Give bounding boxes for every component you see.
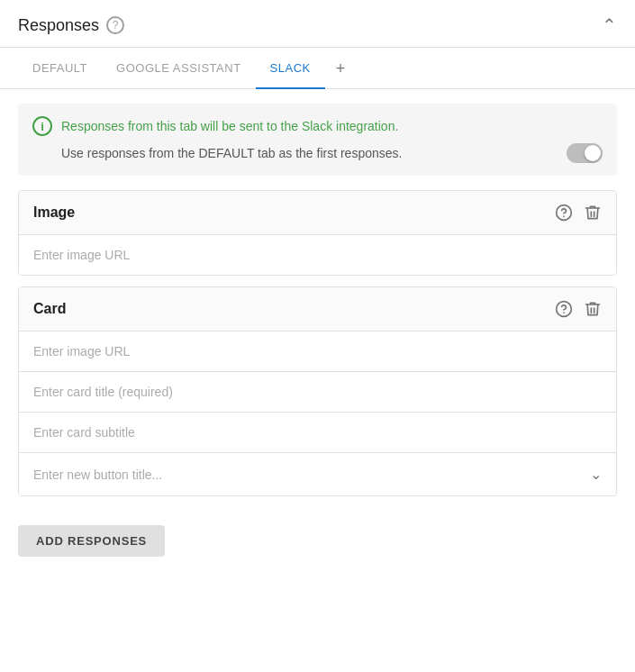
card-title-input[interactable] <box>19 372 616 413</box>
info-banner: i Responses from this tab will be sent t… <box>18 104 617 176</box>
tab-google-assistant[interactable]: GOOGLE ASSISTANT <box>102 49 256 89</box>
page-header: Responses ? ⌃ <box>0 0 635 48</box>
toggle-thumb <box>585 145 601 161</box>
card-card-help-icon[interactable] <box>555 300 573 318</box>
tab-default[interactable]: DEFAULT <box>18 49 102 89</box>
default-tab-toggle[interactable] <box>567 143 603 163</box>
card-card-actions <box>555 300 602 318</box>
info-circle-icon: i <box>32 116 52 136</box>
card-card: Card Enter new butt <box>18 286 617 496</box>
card-card-title: Card <box>33 301 66 317</box>
collapse-icon[interactable]: ⌃ <box>602 14 617 36</box>
info-banner-bottom: Use responses from the DEFAULT tab as th… <box>32 143 603 163</box>
image-card-header: Image <box>19 191 616 235</box>
image-card-title: Image <box>33 204 75 221</box>
info-banner-gray-text: Use responses from the DEFAULT tab as th… <box>61 146 402 160</box>
image-url-input[interactable] <box>19 235 616 275</box>
tab-slack[interactable]: SLACK <box>256 49 325 89</box>
add-tab-button[interactable]: + <box>325 48 357 89</box>
chevron-down-icon: ⌄ <box>590 466 602 483</box>
card-card-delete-icon[interactable] <box>584 300 602 318</box>
header-left: Responses ? <box>18 16 124 35</box>
add-responses-button[interactable]: ADD RESPONSES <box>18 525 165 557</box>
card-button-dropdown[interactable]: Enter new button title... ⌄ <box>19 453 616 495</box>
card-button-placeholder: Enter new button title... <box>33 468 162 482</box>
image-card: Image <box>18 190 617 276</box>
page-title: Responses <box>18 16 99 35</box>
image-card-actions <box>555 204 602 222</box>
image-card-help-icon[interactable] <box>555 204 573 222</box>
card-subtitle-input[interactable] <box>19 413 616 453</box>
card-card-header: Card <box>19 287 616 331</box>
info-banner-top: i Responses from this tab will be sent t… <box>32 116 603 136</box>
info-banner-green-text: Responses from this tab will be sent to … <box>61 119 398 133</box>
image-card-delete-icon[interactable] <box>584 204 602 222</box>
card-image-url-input[interactable] <box>19 331 616 372</box>
help-icon[interactable]: ? <box>106 16 124 34</box>
tabs-bar: DEFAULT GOOGLE ASSISTANT SLACK + <box>0 48 635 89</box>
